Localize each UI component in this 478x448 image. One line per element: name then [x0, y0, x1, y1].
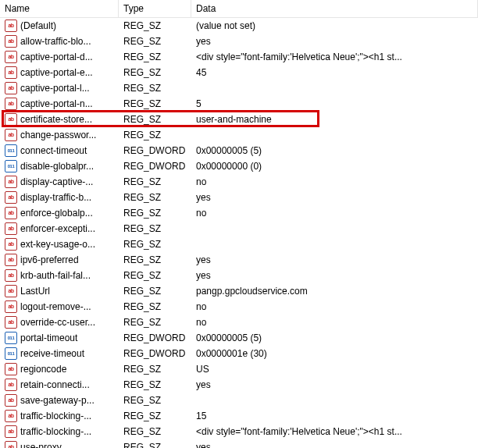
registry-entry-type[interactable]: REG_DWORD: [119, 330, 191, 346]
registry-entry-data[interactable]: pangp.gpcloudservice.com: [191, 283, 478, 299]
registry-entry-name[interactable]: abcaptive-portal-e...: [0, 65, 119, 80]
registry-entry-data[interactable]: 0x00000000 (0): [191, 158, 478, 174]
registry-entry-name[interactable]: abdisplay-traffic-b...: [0, 190, 119, 205]
registry-entry-name[interactable]: 011portal-timeout: [0, 330, 119, 346]
reg-sz-icon: ab: [5, 254, 17, 266]
registry-entry-type[interactable]: REG_SZ: [119, 80, 191, 96]
registry-entry-type[interactable]: REG_DWORD: [119, 346, 191, 361]
registry-entry-name[interactable]: abenforcer-excepti...: [0, 221, 119, 236]
registry-entry-data[interactable]: 0x00000005 (5): [191, 330, 478, 346]
registry-entry-data[interactable]: <div style="font-family:'Helvetica Neue'…: [191, 424, 478, 439]
registry-entry-name[interactable]: aballow-traffic-blo...: [0, 34, 119, 49]
registry-entry-name[interactable]: abuse-proxy: [0, 439, 119, 448]
registry-entry-type[interactable]: REG_SZ: [119, 174, 191, 190]
entry-name-text: traffic-blocking-...: [20, 425, 91, 438]
registry-entry-type[interactable]: REG_SZ: [119, 96, 191, 112]
registry-entry-data[interactable]: [191, 393, 478, 408]
reg-sz-icon: ab: [5, 269, 17, 282]
registry-entry-name[interactable]: 011receive-timeout: [0, 346, 119, 361]
registry-entry-name[interactable]: absave-gateway-p...: [0, 393, 119, 408]
registry-entry-data[interactable]: yes: [191, 252, 478, 268]
registry-entry-type[interactable]: REG_SZ: [119, 221, 191, 236]
entry-name-text: save-gateway-p...: [20, 394, 95, 407]
registry-entry-name[interactable]: abcaptive-portal-n...: [0, 96, 119, 112]
registry-entry-data[interactable]: <div style="font-family:'Helvetica Neue'…: [191, 49, 478, 65]
registry-entry-type[interactable]: REG_SZ: [119, 377, 191, 393]
registry-entry-data[interactable]: US: [191, 361, 478, 377]
registry-entry-type[interactable]: REG_SZ: [119, 18, 191, 34]
registry-entry-type[interactable]: REG_SZ: [119, 49, 191, 65]
registry-entry-data[interactable]: 5: [191, 96, 478, 112]
registry-entry-data[interactable]: yes: [191, 268, 478, 283]
registry-entry-type[interactable]: REG_SZ: [119, 299, 191, 315]
registry-entry-name[interactable]: abipv6-preferred: [0, 252, 119, 268]
registry-entry-data[interactable]: user-and-machine: [191, 112, 478, 127]
registry-entry-name[interactable]: abLastUrl: [0, 283, 119, 299]
registry-entry-data[interactable]: 0x00000005 (5): [191, 143, 478, 158]
registry-entry-type[interactable]: REG_SZ: [119, 268, 191, 283]
registry-entry-type[interactable]: REG_SZ: [119, 190, 191, 205]
registry-entry-data[interactable]: [191, 127, 478, 143]
registry-entry-type[interactable]: REG_SZ: [119, 236, 191, 252]
registry-entry-name[interactable]: abretain-connecti...: [0, 377, 119, 393]
registry-entry-name[interactable]: abext-key-usage-o...: [0, 236, 119, 252]
registry-entry-name[interactable]: abcaptive-portal-l...: [0, 80, 119, 96]
registry-entry-type[interactable]: REG_SZ: [119, 112, 191, 127]
registry-entry-data[interactable]: no: [191, 174, 478, 190]
registry-entry-name[interactable]: ablogout-remove-...: [0, 299, 119, 315]
registry-entry-data[interactable]: [191, 221, 478, 236]
registry-entry-data[interactable]: 0x0000001e (30): [191, 346, 478, 361]
registry-entry-type[interactable]: REG_SZ: [119, 205, 191, 221]
registry-entry-type[interactable]: REG_SZ: [119, 439, 191, 448]
registry-entry-type[interactable]: REG_SZ: [119, 361, 191, 377]
registry-entry-type[interactable]: REG_SZ: [119, 34, 191, 49]
registry-entry-data[interactable]: (value not set): [191, 18, 478, 34]
registry-entry-type[interactable]: REG_SZ: [119, 393, 191, 408]
reg-sz-icon: ab: [5, 300, 17, 313]
registry-entry-data[interactable]: 15: [191, 408, 478, 424]
registry-entry-name[interactable]: abcertificate-store...: [0, 112, 119, 127]
registry-entry-data[interactable]: [191, 80, 478, 96]
registry-entry-name[interactable]: abregioncode: [0, 361, 119, 377]
registry-entry-data[interactable]: no: [191, 315, 478, 330]
registry-entry-data[interactable]: yes: [191, 439, 478, 448]
registry-entry-data[interactable]: no: [191, 299, 478, 315]
reg-sz-icon: ab: [5, 51, 17, 63]
registry-entry-data[interactable]: [191, 236, 478, 252]
registry-entry-name[interactable]: abcaptive-portal-d...: [0, 49, 119, 65]
column-header-data[interactable]: Data: [191, 0, 478, 18]
registry-entry-type[interactable]: REG_SZ: [119, 252, 191, 268]
registry-entry-name[interactable]: aboverride-cc-user...: [0, 315, 119, 330]
entry-name-text: captive-portal-e...: [20, 66, 93, 79]
registry-entry-type[interactable]: REG_SZ: [119, 283, 191, 299]
entry-name-text: display-traffic-b...: [20, 191, 91, 204]
entry-name-text: captive-portal-l...: [20, 82, 90, 94]
registry-entry-type[interactable]: REG_DWORD: [119, 158, 191, 174]
column-header-name[interactable]: Name: [0, 0, 119, 18]
registry-entry-data[interactable]: no: [191, 205, 478, 221]
registry-entry-type[interactable]: REG_SZ: [119, 408, 191, 424]
registry-entry-name[interactable]: 011disable-globalpr...: [0, 158, 119, 174]
column-header-type[interactable]: Type: [119, 0, 191, 18]
reg-sz-icon: ab: [5, 66, 17, 79]
registry-entry-data[interactable]: yes: [191, 34, 478, 49]
registry-entry-name[interactable]: abchange-passwor...: [0, 127, 119, 143]
registry-entry-data[interactable]: yes: [191, 190, 478, 205]
entry-name-text: certificate-store...: [20, 113, 92, 126]
registry-entry-type[interactable]: REG_SZ: [119, 424, 191, 439]
registry-entry-name[interactable]: abenforce-globalp...: [0, 205, 119, 221]
registry-entry-name[interactable]: abkrb-auth-fail-fal...: [0, 268, 119, 283]
registry-entry-data[interactable]: yes: [191, 377, 478, 393]
entry-name-text: connect-timeout: [20, 144, 87, 157]
registry-entry-name[interactable]: abtraffic-blocking-...: [0, 424, 119, 439]
registry-entry-data[interactable]: 45: [191, 65, 478, 80]
registry-entry-name[interactable]: ab(Default): [0, 18, 119, 34]
registry-entry-name[interactable]: abdisplay-captive-...: [0, 174, 119, 190]
registry-entry-type[interactable]: REG_DWORD: [119, 143, 191, 158]
registry-entry-name[interactable]: 011connect-timeout: [0, 143, 119, 158]
registry-entry-type[interactable]: REG_SZ: [119, 65, 191, 80]
reg-sz-icon: ab: [5, 363, 17, 375]
registry-entry-name[interactable]: abtraffic-blocking-...: [0, 408, 119, 424]
registry-entry-type[interactable]: REG_SZ: [119, 315, 191, 330]
registry-entry-type[interactable]: REG_SZ: [119, 127, 191, 143]
